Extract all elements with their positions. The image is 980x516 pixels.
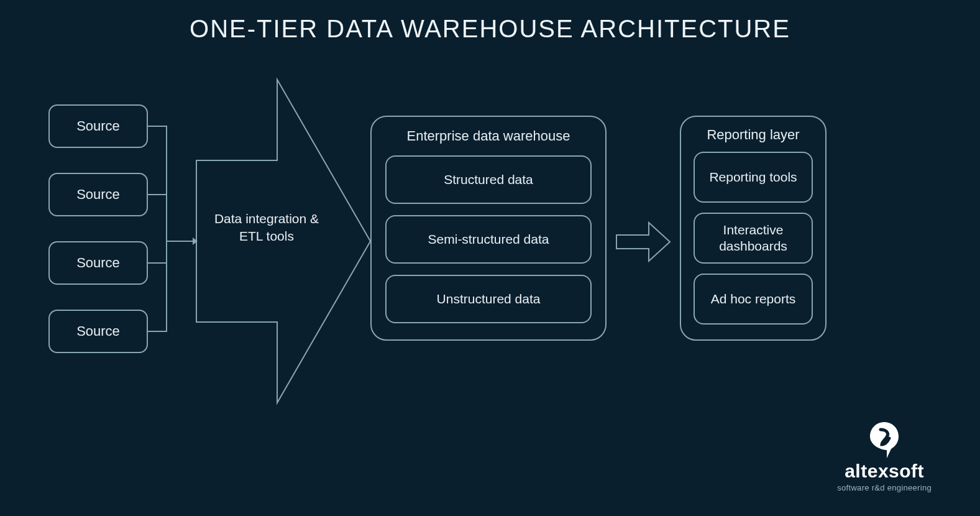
brand-mark-icon: [868, 421, 900, 459]
source-label: Source: [76, 118, 120, 134]
small-arrow-icon: [616, 223, 670, 261]
connector-lines-icon: [148, 104, 198, 378]
reporting-item: Interactive dashboards: [694, 213, 813, 264]
reporting-title: Reporting layer: [694, 127, 813, 143]
edw-item: Structured data: [385, 155, 592, 204]
reporting-item-label: Reporting tools: [709, 169, 797, 185]
source-label: Source: [76, 187, 120, 203]
edw-item-label: Structured data: [444, 172, 533, 187]
source-box: Source: [48, 310, 148, 353]
reporting-item: Ad hoc reports: [694, 274, 813, 325]
reporting-panel: Reporting layer Reporting tools Interact…: [680, 116, 827, 341]
brand-tagline: software r&d engineering: [837, 483, 932, 492]
reporting-items: Reporting tools Interactive dashboards A…: [694, 152, 813, 325]
etl-arrow: Data integration & ETL tools: [196, 80, 370, 403]
source-label: Source: [76, 323, 120, 339]
brand-name: altexsoft: [845, 461, 924, 482]
source-box: Source: [48, 241, 148, 285]
edw-item: Unstructured data: [385, 275, 592, 323]
edw-title: Enterprise data warehouse: [385, 128, 592, 144]
edw-items: Structured data Semi-structured data Uns…: [385, 155, 592, 323]
source-box: Source: [48, 104, 148, 148]
source-label: Source: [76, 255, 120, 271]
edw-item-label: Unstructured data: [437, 292, 541, 306]
reporting-item-label: Ad hoc reports: [711, 291, 796, 307]
reporting-item-label: Interactive dashboards: [701, 222, 805, 255]
source-connectors: [148, 104, 198, 378]
etl-label: Data integration & ETL tools: [208, 210, 326, 246]
sources-column: Source Source Source Source: [48, 104, 148, 353]
edw-panel: Enterprise data warehouse Structured dat…: [370, 116, 607, 341]
source-box: Source: [48, 173, 148, 216]
brand-logo: altexsoft software r&d engineering: [837, 421, 932, 492]
edw-item-label: Semi-structured data: [428, 232, 549, 247]
edw-item: Semi-structured data: [385, 215, 592, 264]
edw-to-reporting-arrow: [616, 223, 670, 261]
reporting-item: Reporting tools: [694, 152, 813, 203]
diagram-title: ONE-TIER DATA WAREHOUSE ARCHITECTURE: [0, 15, 980, 43]
